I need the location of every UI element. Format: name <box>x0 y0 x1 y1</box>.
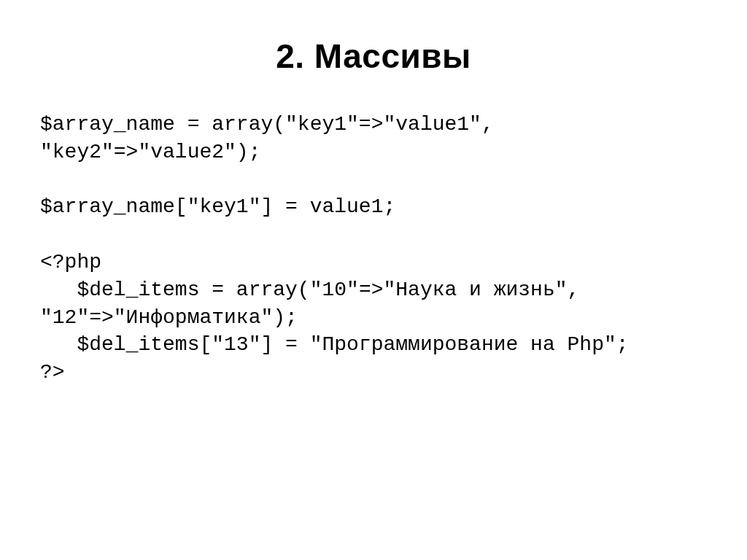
code-line: $array_name["key1"] = value1; <box>40 195 395 218</box>
code-line: $del_items = array("10"=>"Наука и жизнь"… <box>40 279 592 329</box>
code-line: $array_name = array("key1"=>"value1", "k… <box>40 113 506 163</box>
code-line: <?php <box>40 251 101 273</box>
code-line: ?> <box>40 361 65 384</box>
slide-title: 2. Массивы <box>40 36 707 76</box>
code-line: $del_items["13"] = "Программирование на … <box>40 333 629 356</box>
code-block: $array_name = array("key1"=>"value1", "k… <box>40 111 707 386</box>
